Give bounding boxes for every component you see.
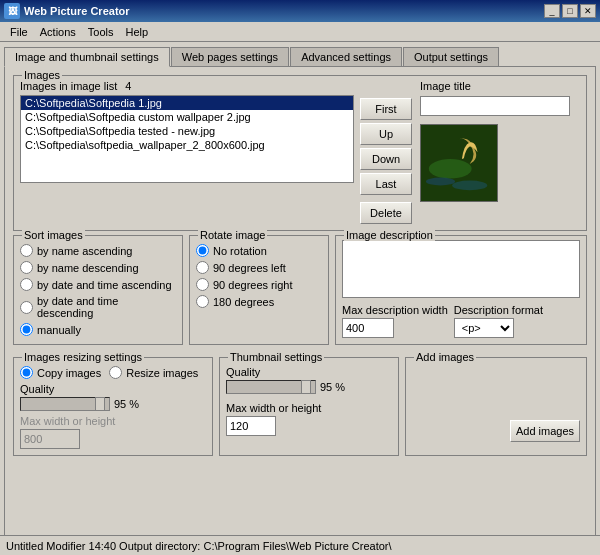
sort-date-asc[interactable]: by date and time ascending bbox=[20, 278, 176, 291]
svg-point-2 bbox=[426, 178, 455, 186]
status-text: Untitled Modifier 14:40 Output directory… bbox=[6, 540, 392, 552]
list-item[interactable]: C:\Softpedia\Softpedia tested - new.jpg bbox=[21, 124, 353, 138]
svg-point-3 bbox=[452, 181, 487, 191]
sort-images-label: Sort images bbox=[22, 229, 85, 241]
list-item[interactable]: C:\Softpedia\Softpedia 1.jpg bbox=[21, 96, 353, 110]
sort-images-group: Sort images by name ascending by name de… bbox=[13, 235, 183, 345]
copy-images-option[interactable]: Copy images bbox=[20, 366, 101, 379]
thumbnail-settings-label: Thumbnail settings bbox=[228, 351, 324, 363]
desc-format-label: Description format bbox=[454, 304, 543, 316]
down-button[interactable]: Down bbox=[360, 148, 412, 170]
rotate-image-label: Rotate image bbox=[198, 229, 267, 241]
sort-name-asc[interactable]: by name ascending bbox=[20, 244, 176, 257]
title-bar: 🖼 Web Picture Creator _ □ ✕ bbox=[0, 0, 600, 22]
image-title-input[interactable] bbox=[420, 96, 570, 116]
image-list[interactable]: C:\Softpedia\Softpedia 1.jpg C:\Softpedi… bbox=[20, 95, 354, 183]
thumbnail-settings-group: Thumbnail settings Quality 95 % Max widt… bbox=[219, 357, 399, 456]
up-button[interactable]: Up bbox=[360, 123, 412, 145]
image-title-label: Image title bbox=[420, 80, 580, 92]
rotate-none[interactable]: No rotation bbox=[196, 244, 322, 257]
max-desc-width-input[interactable] bbox=[342, 318, 394, 338]
image-description-input[interactable] bbox=[342, 240, 580, 298]
max-size-input bbox=[20, 429, 80, 449]
rotate-90-right[interactable]: 90 degrees right bbox=[196, 278, 322, 291]
tab-image-thumbnail[interactable]: Image and thumbnail settings bbox=[4, 47, 170, 67]
app-icon: 🖼 bbox=[4, 3, 20, 19]
image-description-label: Image description bbox=[344, 229, 435, 241]
resize-settings-label: Images resizing settings bbox=[22, 351, 144, 363]
window-controls: _ □ ✕ bbox=[544, 4, 596, 18]
quality-label: Quality bbox=[20, 383, 54, 395]
tab-advanced[interactable]: Advanced settings bbox=[290, 47, 402, 67]
status-bar: Untitled Modifier 14:40 Output directory… bbox=[0, 535, 600, 555]
tab-bar: Image and thumbnail settings Web pages s… bbox=[4, 46, 596, 66]
menu-help[interactable]: Help bbox=[120, 24, 155, 40]
tab-web-pages[interactable]: Web pages settings bbox=[171, 47, 289, 67]
resize-images-option[interactable]: Resize images bbox=[109, 366, 198, 379]
desc-format-select[interactable]: <p> <div> <span> bbox=[454, 318, 514, 338]
image-count-label: Images in image list bbox=[20, 80, 117, 92]
last-button[interactable]: Last bbox=[360, 173, 412, 195]
add-images-button[interactable]: Add images bbox=[510, 420, 580, 442]
thumb-quality-value: 95 % bbox=[320, 381, 345, 393]
image-count-row: Images in image list 4 bbox=[20, 80, 354, 92]
add-images-label: Add images bbox=[414, 351, 476, 363]
quality-slider[interactable] bbox=[20, 397, 110, 411]
quality-value: 95 % bbox=[114, 398, 139, 410]
max-size-label: Max width or height bbox=[20, 415, 115, 427]
bottom-row: Images resizing settings Copy images Res… bbox=[13, 357, 587, 462]
window-title: Web Picture Creator bbox=[24, 5, 130, 17]
sort-date-desc[interactable]: by date and time descending bbox=[20, 295, 176, 319]
thumbnail-preview bbox=[420, 124, 498, 202]
sort-name-desc[interactable]: by name descending bbox=[20, 261, 176, 274]
delete-button[interactable]: Delete bbox=[360, 202, 412, 224]
menu-tools[interactable]: Tools bbox=[82, 24, 120, 40]
resize-settings-group: Images resizing settings Copy images Res… bbox=[13, 357, 213, 456]
rotate-180[interactable]: 180 degrees bbox=[196, 295, 322, 308]
list-item[interactable]: C:\Softpedia\softpedia_wallpaper_2_800x6… bbox=[21, 138, 353, 152]
maximize-button[interactable]: □ bbox=[562, 4, 578, 18]
thumb-max-size-label: Max width or height bbox=[226, 402, 321, 414]
rotate-image-group: Rotate image No rotation 90 degrees left… bbox=[189, 235, 329, 345]
thumb-max-size-input[interactable] bbox=[226, 416, 276, 436]
close-button[interactable]: ✕ bbox=[580, 4, 596, 18]
thumb-quality-label: Quality bbox=[226, 366, 260, 378]
svg-point-1 bbox=[429, 159, 472, 178]
first-button[interactable]: First bbox=[360, 98, 412, 120]
list-item[interactable]: C:\Softpedia\Softpedia custom wallpaper … bbox=[21, 110, 353, 124]
images-group: Images Images in image list 4 C:\Softped… bbox=[13, 75, 587, 231]
minimize-button[interactable]: _ bbox=[544, 4, 560, 18]
sort-manually[interactable]: manually bbox=[20, 323, 176, 336]
image-description-group: Image description Max description width … bbox=[335, 235, 587, 345]
images-group-label: Images bbox=[22, 69, 62, 81]
tab-output[interactable]: Output settings bbox=[403, 47, 499, 67]
thumb-quality-slider[interactable] bbox=[226, 380, 316, 394]
menu-bar: File Actions Tools Help bbox=[0, 22, 600, 42]
image-count-value: 4 bbox=[125, 80, 131, 92]
rotate-90-left[interactable]: 90 degrees left bbox=[196, 261, 322, 274]
menu-file[interactable]: File bbox=[4, 24, 34, 40]
add-images-group: Add images Add images bbox=[405, 357, 587, 456]
max-desc-width-label: Max description width bbox=[342, 304, 448, 316]
menu-actions[interactable]: Actions bbox=[34, 24, 82, 40]
